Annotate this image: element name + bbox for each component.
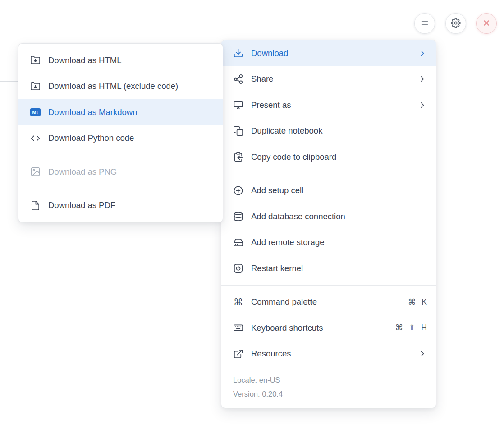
- menu-item-label: Add setup cell: [251, 185, 427, 195]
- markdown-icon: M↓: [30, 107, 41, 117]
- chevron-right-icon: [418, 101, 427, 110]
- submenu-item-download-html-exclude-code[interactable]: Download as HTML (exclude code): [18, 74, 223, 100]
- menu-item-label: Keyboard shortcuts: [251, 323, 387, 333]
- hamburger-icon: [420, 18, 430, 29]
- submenu-item-download-html[interactable]: Download as HTML: [18, 47, 223, 74]
- chevron-right-icon: [418, 49, 427, 58]
- keyboard-icon: [233, 323, 243, 333]
- menu-item-label: Add remote storage: [251, 237, 427, 247]
- menu-item-command-palette[interactable]: ⌘ Command palette ⌘ K: [221, 289, 436, 315]
- menu-item-label: Download as PNG: [48, 167, 214, 177]
- menu-item-present-as[interactable]: Present as: [221, 92, 436, 118]
- locale-text: Locale: en-US: [233, 373, 424, 387]
- notebook-menu-button[interactable]: [414, 13, 435, 34]
- present-icon: [233, 100, 243, 110]
- copy-icon: [233, 126, 243, 136]
- database-icon: [233, 211, 243, 222]
- download-icon: [233, 48, 243, 58]
- code-icon: [30, 133, 41, 143]
- menu-item-label: Share: [251, 74, 410, 84]
- menu-item-label: Add database connection: [251, 212, 427, 222]
- menu-item-add-database-connection[interactable]: Add database connection: [221, 204, 436, 230]
- submenu-item-download-python[interactable]: Download Python code: [18, 125, 223, 152]
- close-icon: [481, 18, 491, 29]
- menu-item-keyboard-shortcuts[interactable]: Keyboard shortcuts ⌘ ⇧ H: [221, 315, 436, 341]
- background-cell-edge: [0, 62, 18, 82]
- shortcut-hint: ⌘ ⇧ H: [395, 323, 427, 333]
- menu-footer: Locale: en-US Version: 0.20.4: [221, 367, 436, 408]
- close-button[interactable]: [476, 13, 497, 34]
- menu-item-label: Restart kernel: [251, 264, 427, 273]
- menu-item-resources[interactable]: Resources: [221, 341, 436, 367]
- notebook-actions-menu: Download Share Present as Duplicate note…: [221, 40, 436, 408]
- submenu-item-download-markdown[interactable]: M↓ Download as Markdown: [18, 99, 223, 125]
- external-link-icon: [233, 349, 243, 359]
- settings-button[interactable]: [445, 13, 466, 34]
- clipboard-copy-icon: [233, 152, 243, 162]
- menu-item-label: Download as HTML (exclude code): [48, 81, 214, 91]
- gear-icon: [451, 18, 461, 29]
- plus-circle-icon: [233, 185, 243, 196]
- menu-item-label: Present as: [251, 100, 410, 110]
- version-text: Version: 0.20.4: [233, 387, 424, 401]
- menu-item-label: Download Python code: [48, 133, 214, 143]
- menu-item-restart-kernel[interactable]: Restart kernel: [221, 255, 436, 282]
- hard-drive-icon: [233, 237, 243, 248]
- menu-item-label: Download as HTML: [48, 56, 214, 65]
- command-icon: ⌘: [233, 297, 243, 307]
- menu-item-label: Copy code to clipboard: [251, 152, 427, 162]
- folder-down-icon: [30, 81, 41, 92]
- download-submenu: Download as HTML Download as HTML (exclu…: [18, 43, 223, 222]
- folder-down-icon: [30, 55, 41, 65]
- image-icon: [30, 166, 41, 177]
- submenu-item-download-pdf[interactable]: Download as PDF: [18, 193, 223, 219]
- shortcut-hint: ⌘ K: [408, 297, 427, 307]
- menu-item-label: Duplicate notebook: [251, 126, 427, 136]
- file-icon: [30, 200, 41, 211]
- share-icon: [233, 74, 243, 84]
- power-icon: [233, 263, 243, 273]
- menu-item-add-remote-storage[interactable]: Add remote storage: [221, 230, 436, 256]
- menu-item-add-setup-cell[interactable]: Add setup cell: [221, 178, 436, 204]
- menu-item-copy-code[interactable]: Copy code to clipboard: [221, 144, 436, 170]
- markdown-badge: M↓: [30, 108, 41, 116]
- menu-item-download[interactable]: Download: [221, 40, 436, 66]
- menu-divider: [18, 155, 223, 155]
- chevron-right-icon: [418, 349, 427, 358]
- menu-item-label: Command palette: [251, 297, 400, 307]
- menu-item-share[interactable]: Share: [221, 66, 436, 92]
- chevron-right-icon: [418, 74, 427, 83]
- menu-item-label: Download: [251, 48, 410, 58]
- menu-divider: [221, 285, 436, 286]
- submenu-item-download-png[interactable]: Download as PNG: [18, 159, 223, 185]
- menu-divider: [18, 189, 223, 189]
- menu-item-duplicate-notebook[interactable]: Duplicate notebook: [221, 118, 436, 144]
- menu-item-label: Resources: [251, 349, 410, 359]
- menu-item-label: Download as PDF: [48, 200, 214, 210]
- menu-item-label: Download as Markdown: [48, 107, 214, 117]
- menu-divider: [221, 174, 436, 174]
